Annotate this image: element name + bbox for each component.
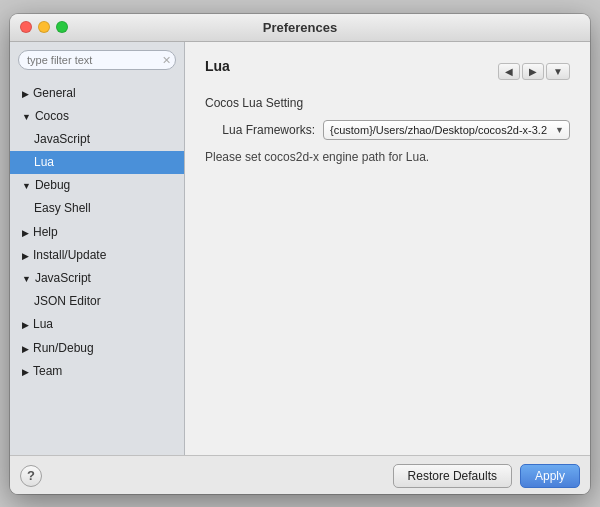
help-button[interactable]: ? — [20, 465, 42, 487]
sidebar-item-javascript2[interactable]: ▼JavaScript — [10, 267, 184, 290]
lua-framework-row: Lua Frameworks: {custom}/Users/zhao/Desk… — [205, 120, 570, 140]
titlebar: Preferences — [10, 14, 590, 42]
search-clear-icon[interactable]: ✕ — [162, 53, 171, 66]
sidebar-item-cocos[interactable]: ▼Cocos — [10, 105, 184, 128]
arrow-icon: ▶ — [22, 226, 29, 240]
lua-framework-select[interactable]: {custom}/Users/zhao/Desktop/cocos2d-x-3.… — [323, 120, 570, 140]
panel-title: Lua — [205, 58, 230, 74]
minimize-button[interactable] — [38, 21, 50, 33]
sidebar-item-team[interactable]: ▶Team — [10, 360, 184, 383]
arrow-icon: ▼ — [22, 272, 31, 286]
arrow-icon: ▶ — [22, 249, 29, 263]
apply-button[interactable]: Apply — [520, 464, 580, 488]
sidebar-item-easy-shell[interactable]: Easy Shell — [10, 197, 184, 220]
hint-text: Please set cocos2d-x engine path for Lua… — [205, 150, 570, 164]
forward-button[interactable]: ▶ — [522, 63, 544, 80]
sidebar-item-general[interactable]: ▶General — [10, 82, 184, 105]
maximize-button[interactable] — [56, 21, 68, 33]
arrow-icon: ▼ — [22, 110, 31, 124]
sidebar-item-run-debug[interactable]: ▶Run/Debug — [10, 337, 184, 360]
window-title: Preferences — [263, 20, 337, 35]
arrow-icon: ▶ — [22, 87, 29, 101]
sidebar-tree: ▶General ▼Cocos JavaScript Lua ▼Debug Ea… — [10, 78, 184, 455]
sidebar-item-install-update[interactable]: ▶Install/Update — [10, 244, 184, 267]
sidebar-item-lua[interactable]: Lua — [10, 151, 184, 174]
arrow-icon: ▶ — [22, 365, 29, 379]
sidebar-item-lua2[interactable]: ▶Lua — [10, 313, 184, 336]
sidebar-item-help[interactable]: ▶Help — [10, 221, 184, 244]
content-area: ✕ ▶General ▼Cocos JavaScript Lua ▼Debug — [10, 42, 590, 455]
arrow-icon: ▶ — [22, 318, 29, 332]
sidebar-item-debug[interactable]: ▼Debug — [10, 174, 184, 197]
bottom-bar: ? Restore Defaults Apply — [10, 455, 590, 494]
close-button[interactable] — [20, 21, 32, 33]
sidebar-item-javascript[interactable]: JavaScript — [10, 128, 184, 151]
search-input[interactable] — [18, 50, 176, 70]
lua-framework-select-wrapper: {custom}/Users/zhao/Desktop/cocos2d-x-3.… — [323, 120, 570, 140]
bottom-left: ? — [20, 465, 42, 487]
arrow-icon: ▼ — [22, 179, 31, 193]
dropdown-button[interactable]: ▼ — [546, 63, 570, 80]
restore-defaults-button[interactable]: Restore Defaults — [393, 464, 512, 488]
preferences-window: Preferences ✕ ▶General ▼Cocos JavaScript… — [10, 14, 590, 494]
back-button[interactable]: ◀ — [498, 63, 520, 80]
search-box: ✕ — [18, 50, 176, 70]
traffic-lights — [20, 21, 68, 33]
nav-toolbar: ◀ ▶ ▼ — [498, 63, 570, 80]
arrow-icon: ▶ — [22, 342, 29, 356]
main-panel: Lua ◀ ▶ ▼ Cocos Lua Setting Lua Framewor… — [185, 42, 590, 455]
lua-framework-label: Lua Frameworks: — [205, 123, 315, 137]
sidebar-item-json-editor[interactable]: JSON Editor — [10, 290, 184, 313]
section-title: Cocos Lua Setting — [205, 96, 570, 110]
sidebar: ✕ ▶General ▼Cocos JavaScript Lua ▼Debug — [10, 42, 185, 455]
